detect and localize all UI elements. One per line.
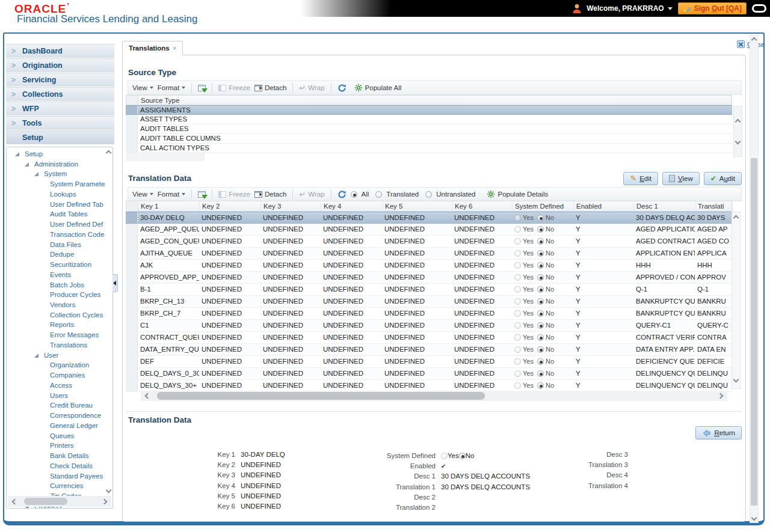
tree-item-user-defined-def[interactable]: User Defined Def [7,219,113,230]
tree-item-currencies[interactable]: Currencies [7,481,113,491]
translation-row[interactable]: DEFUNDEFINEDUNDEFINEDUNDEFINEDUNDEFINEDU… [126,356,732,368]
tree-item-correspondence[interactable]: Correspondence [7,411,113,421]
translation-row[interactable]: DATA_ENTRY_QU...UNDEFINEDUNDEFINEDUNDEFI… [126,344,732,356]
column-header-key-6[interactable]: Key 6 [452,201,513,211]
translation-row[interactable]: AJKUNDEFINEDUNDEFINEDUNDEFINEDUNDEFINEDU… [126,260,732,272]
translation-row[interactable]: AGED_APP_QUEUEUNDEFINEDUNDEFINEDUNDEFINE… [126,224,732,236]
tree-item-general-ledger[interactable]: General Ledger [7,421,113,431]
yes-radio[interactable] [514,262,521,269]
yes-radio[interactable] [514,298,521,305]
tab-translations[interactable]: Translations × [122,41,183,55]
tree-item-printers[interactable]: Printers [7,441,113,451]
tree-item-credit-bureau[interactable]: Credit Bureau [7,400,113,411]
scroll-down-icon[interactable] [751,515,757,521]
tab-close-icon[interactable]: × [173,44,176,52]
tree-item-standard-payees[interactable]: Standard Payees [7,471,113,482]
translation-row[interactable]: DELQ_DAYS_0_30UNDEFINEDUNDEFINEDUNDEFINE… [126,368,732,380]
translation-row[interactable]: 30-DAY DELQUNDEFINEDUNDEFINEDUNDEFINEDUN… [126,212,732,224]
welcome-menu[interactable]: Welcome, PRAKRRAO [587,4,672,13]
tree-item-queues[interactable]: Queues [7,431,113,441]
column-header-system-defined[interactable]: System Defined [513,201,574,211]
tree-item-collection-cycles[interactable]: Collection Cycles [7,310,113,320]
format-menu[interactable]: Format [158,191,185,198]
no-radio[interactable] [537,334,544,341]
column-header-key-1[interactable]: Key 1 [138,201,200,211]
no-radio[interactable] [537,346,544,353]
column-header-key-5[interactable]: Key 5 [383,201,452,211]
populate-details-button[interactable]: Populate Details [487,190,548,198]
translation-row[interactable]: BKRP_CH_13UNDEFINEDUNDEFINEDUNDEFINEDUND… [126,296,732,308]
page-vertical-scrollbar[interactable] [750,35,759,523]
scroll-down-icon[interactable] [733,377,739,383]
tree-item-user-defined-tab[interactable]: User Defined Tab [7,200,113,210]
tree-item-transaction-code[interactable]: Transaction Code [7,230,113,240]
translation-row[interactable]: AJITHA_QUEUEUNDEFINEDUNDEFINEDUNDEFINEDU… [126,248,732,260]
tree-item-user[interactable]: User [7,350,113,361]
yes-radio[interactable] [514,238,521,245]
refresh-icon[interactable] [337,190,346,199]
tree-scroll-right-icon[interactable] [102,498,108,504]
no-radio[interactable] [459,453,466,459]
return-button[interactable]: Return [695,426,742,439]
translation-row[interactable]: CONTRACT_QUEUEUNDEFINEDUNDEFINEDUNDEFINE… [126,332,732,344]
tree-item-bank-details[interactable]: Bank Details [7,451,113,461]
refresh-icon[interactable] [337,84,346,93]
no-radio[interactable] [537,238,544,245]
tree-item-system-paramete[interactable]: System Paramete [7,179,113,189]
sidebar-item-wfp[interactable]: >WFP [6,102,114,116]
tree-item-reports[interactable]: Reports [7,320,113,330]
source-type-row[interactable]: ASSIGNMENTS [126,105,732,115]
sidebar-collapse-handle[interactable] [112,274,118,292]
translation-row[interactable]: APPROVED_APP_...UNDEFINEDUNDEFINEDUNDEFI… [126,272,732,284]
tree-hscroll-thumb[interactable] [24,498,67,505]
populate-all-button[interactable]: Populate All [354,84,402,92]
detach-button[interactable]: Detach [254,84,286,91]
column-header-enabled[interactable]: Enabled [574,201,634,211]
tree-item-events[interactable]: Events [7,270,113,280]
no-radio[interactable] [537,286,544,293]
no-radio[interactable] [537,358,544,365]
sidebar-item-dashboard[interactable]: >DashBoard [6,44,114,58]
source-type-row[interactable]: CALL ACTION TYPES [126,144,732,153]
tree-item-system[interactable]: System [7,169,113,179]
yes-radio[interactable] [514,226,521,233]
source-type-row[interactable]: ASSET TYPES [126,115,732,124]
yes-radio[interactable] [441,453,448,459]
translation-table-vertical-scrollbar[interactable] [732,212,741,389]
freeze-button[interactable]: Freeze [218,191,250,198]
scroll-up-icon[interactable] [735,119,741,125]
scroll-right-icon[interactable] [718,393,724,399]
yes-radio[interactable] [514,286,521,293]
tree-item-check-details[interactable]: Check Details [7,461,113,471]
sidebar-item-tools[interactable]: >Tools [6,116,114,130]
sign-out-button[interactable]: Sign Out [QA] [678,2,747,14]
tree-item-lookups[interactable]: Lookups [7,189,113,200]
tree-item-users[interactable]: Users [7,391,113,401]
query-by-example-icon[interactable] [198,191,206,198]
translation-row[interactable]: B-1UNDEFINEDUNDEFINEDUNDEFINEDUNDEFINEDU… [126,284,732,296]
tree-item-audit-tables[interactable]: Audit Tables [7,209,113,219]
filter-translated-radio[interactable] [375,191,382,198]
column-header-desc-1[interactable]: Desc 1 [634,201,695,211]
yes-radio[interactable] [514,334,521,341]
format-menu[interactable]: Format [158,84,185,91]
yes-radio[interactable] [514,250,521,257]
tree-horizontal-scrollbar[interactable] [8,496,111,507]
translation-row[interactable]: C1UNDEFINEDUNDEFINEDUNDEFINEDUNDEFINEDUN… [126,320,732,332]
edit-button[interactable]: ✎Edit [623,172,658,185]
no-radio[interactable] [537,310,544,317]
no-radio[interactable] [537,262,544,269]
tree-item-error-messages[interactable]: Error Messages [7,330,113,340]
no-radio[interactable] [537,370,544,377]
column-header-translati[interactable]: Translati [695,201,733,211]
source-type-row[interactable]: AUDIT TABLE COLUMNS [126,134,732,144]
translation-table-horizontal-scrollbar[interactable] [141,391,727,401]
filter-all-radio[interactable] [351,191,357,198]
no-radio[interactable] [537,298,544,305]
yes-radio[interactable] [514,310,521,317]
tree-item-batch-jobs[interactable]: Batch Jobs [7,280,113,290]
sidebar-item-collections[interactable]: >Collections [6,87,114,102]
sidebar-item-servicing[interactable]: >Servicing [6,73,114,87]
tree-item-producer-cycles[interactable]: Producer Cycles [7,290,113,300]
yes-radio[interactable] [514,215,521,221]
